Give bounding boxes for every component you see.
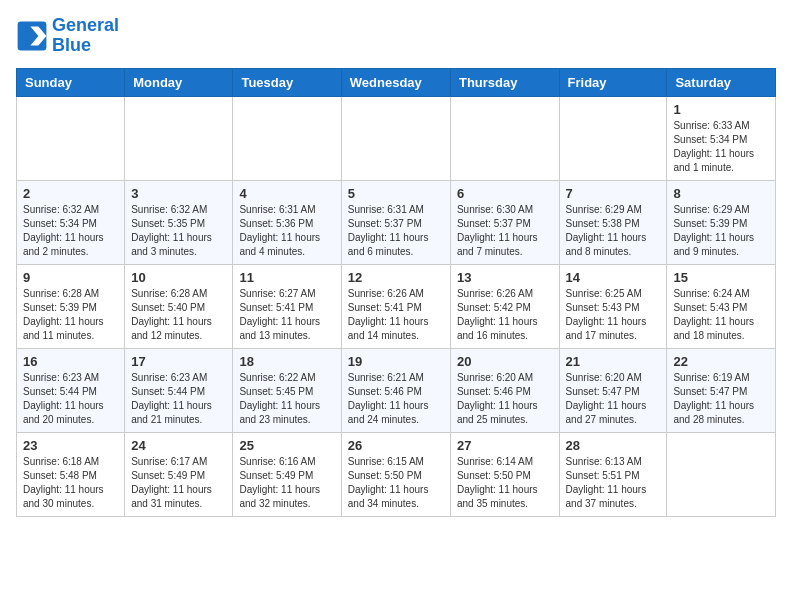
calendar-cell: 28Sunrise: 6:13 AM Sunset: 5:51 PM Dayli… [559, 432, 667, 516]
calendar-cell: 25Sunrise: 6:16 AM Sunset: 5:49 PM Dayli… [233, 432, 341, 516]
calendar-cell: 20Sunrise: 6:20 AM Sunset: 5:46 PM Dayli… [450, 348, 559, 432]
calendar-cell: 6Sunrise: 6:30 AM Sunset: 5:37 PM Daylig… [450, 180, 559, 264]
day-info: Sunrise: 6:29 AM Sunset: 5:38 PM Dayligh… [566, 203, 661, 259]
day-info: Sunrise: 6:32 AM Sunset: 5:34 PM Dayligh… [23, 203, 118, 259]
day-info: Sunrise: 6:23 AM Sunset: 5:44 PM Dayligh… [131, 371, 226, 427]
day-info: Sunrise: 6:21 AM Sunset: 5:46 PM Dayligh… [348, 371, 444, 427]
calendar-cell: 1Sunrise: 6:33 AM Sunset: 5:34 PM Daylig… [667, 96, 776, 180]
calendar-cell: 12Sunrise: 6:26 AM Sunset: 5:41 PM Dayli… [341, 264, 450, 348]
calendar-cell [233, 96, 341, 180]
day-info: Sunrise: 6:23 AM Sunset: 5:44 PM Dayligh… [23, 371, 118, 427]
day-info: Sunrise: 6:25 AM Sunset: 5:43 PM Dayligh… [566, 287, 661, 343]
calendar-cell: 22Sunrise: 6:19 AM Sunset: 5:47 PM Dayli… [667, 348, 776, 432]
day-number: 11 [239, 270, 334, 285]
day-number: 26 [348, 438, 444, 453]
calendar-table: SundayMondayTuesdayWednesdayThursdayFrid… [16, 68, 776, 517]
calendar-week-row: 2Sunrise: 6:32 AM Sunset: 5:34 PM Daylig… [17, 180, 776, 264]
day-number: 10 [131, 270, 226, 285]
day-number: 13 [457, 270, 553, 285]
day-number: 19 [348, 354, 444, 369]
calendar-cell [667, 432, 776, 516]
calendar-cell: 8Sunrise: 6:29 AM Sunset: 5:39 PM Daylig… [667, 180, 776, 264]
day-info: Sunrise: 6:29 AM Sunset: 5:39 PM Dayligh… [673, 203, 769, 259]
day-number: 22 [673, 354, 769, 369]
day-info: Sunrise: 6:14 AM Sunset: 5:50 PM Dayligh… [457, 455, 553, 511]
calendar-cell [125, 96, 233, 180]
calendar-cell: 10Sunrise: 6:28 AM Sunset: 5:40 PM Dayli… [125, 264, 233, 348]
calendar-cell [450, 96, 559, 180]
calendar-cell: 27Sunrise: 6:14 AM Sunset: 5:50 PM Dayli… [450, 432, 559, 516]
logo: General Blue [16, 16, 119, 56]
calendar-cell: 11Sunrise: 6:27 AM Sunset: 5:41 PM Dayli… [233, 264, 341, 348]
day-number: 1 [673, 102, 769, 117]
day-info: Sunrise: 6:16 AM Sunset: 5:49 PM Dayligh… [239, 455, 334, 511]
day-info: Sunrise: 6:31 AM Sunset: 5:36 PM Dayligh… [239, 203, 334, 259]
day-info: Sunrise: 6:15 AM Sunset: 5:50 PM Dayligh… [348, 455, 444, 511]
col-header-tuesday: Tuesday [233, 68, 341, 96]
day-number: 25 [239, 438, 334, 453]
calendar-cell: 19Sunrise: 6:21 AM Sunset: 5:46 PM Dayli… [341, 348, 450, 432]
calendar-cell: 26Sunrise: 6:15 AM Sunset: 5:50 PM Dayli… [341, 432, 450, 516]
day-info: Sunrise: 6:28 AM Sunset: 5:40 PM Dayligh… [131, 287, 226, 343]
day-number: 6 [457, 186, 553, 201]
day-info: Sunrise: 6:20 AM Sunset: 5:46 PM Dayligh… [457, 371, 553, 427]
day-number: 7 [566, 186, 661, 201]
day-number: 9 [23, 270, 118, 285]
calendar-cell: 7Sunrise: 6:29 AM Sunset: 5:38 PM Daylig… [559, 180, 667, 264]
day-number: 3 [131, 186, 226, 201]
day-number: 4 [239, 186, 334, 201]
calendar-cell [341, 96, 450, 180]
day-info: Sunrise: 6:17 AM Sunset: 5:49 PM Dayligh… [131, 455, 226, 511]
col-header-friday: Friday [559, 68, 667, 96]
calendar-cell: 21Sunrise: 6:20 AM Sunset: 5:47 PM Dayli… [559, 348, 667, 432]
calendar-header-row: SundayMondayTuesdayWednesdayThursdayFrid… [17, 68, 776, 96]
day-info: Sunrise: 6:22 AM Sunset: 5:45 PM Dayligh… [239, 371, 334, 427]
day-number: 16 [23, 354, 118, 369]
day-number: 23 [23, 438, 118, 453]
calendar-week-row: 1Sunrise: 6:33 AM Sunset: 5:34 PM Daylig… [17, 96, 776, 180]
calendar-cell: 14Sunrise: 6:25 AM Sunset: 5:43 PM Dayli… [559, 264, 667, 348]
day-number: 24 [131, 438, 226, 453]
day-info: Sunrise: 6:30 AM Sunset: 5:37 PM Dayligh… [457, 203, 553, 259]
day-info: Sunrise: 6:27 AM Sunset: 5:41 PM Dayligh… [239, 287, 334, 343]
day-info: Sunrise: 6:26 AM Sunset: 5:42 PM Dayligh… [457, 287, 553, 343]
calendar-week-row: 16Sunrise: 6:23 AM Sunset: 5:44 PM Dayli… [17, 348, 776, 432]
calendar-cell: 4Sunrise: 6:31 AM Sunset: 5:36 PM Daylig… [233, 180, 341, 264]
col-header-sunday: Sunday [17, 68, 125, 96]
page-header: General Blue [16, 16, 776, 56]
day-info: Sunrise: 6:20 AM Sunset: 5:47 PM Dayligh… [566, 371, 661, 427]
calendar-cell [17, 96, 125, 180]
day-info: Sunrise: 6:28 AM Sunset: 5:39 PM Dayligh… [23, 287, 118, 343]
calendar-cell [559, 96, 667, 180]
calendar-cell: 18Sunrise: 6:22 AM Sunset: 5:45 PM Dayli… [233, 348, 341, 432]
day-info: Sunrise: 6:24 AM Sunset: 5:43 PM Dayligh… [673, 287, 769, 343]
calendar-cell: 3Sunrise: 6:32 AM Sunset: 5:35 PM Daylig… [125, 180, 233, 264]
calendar-cell: 2Sunrise: 6:32 AM Sunset: 5:34 PM Daylig… [17, 180, 125, 264]
calendar-cell: 23Sunrise: 6:18 AM Sunset: 5:48 PM Dayli… [17, 432, 125, 516]
calendar-cell: 17Sunrise: 6:23 AM Sunset: 5:44 PM Dayli… [125, 348, 233, 432]
calendar-cell: 9Sunrise: 6:28 AM Sunset: 5:39 PM Daylig… [17, 264, 125, 348]
calendar-week-row: 9Sunrise: 6:28 AM Sunset: 5:39 PM Daylig… [17, 264, 776, 348]
day-number: 5 [348, 186, 444, 201]
day-number: 12 [348, 270, 444, 285]
calendar-cell: 13Sunrise: 6:26 AM Sunset: 5:42 PM Dayli… [450, 264, 559, 348]
calendar-cell: 16Sunrise: 6:23 AM Sunset: 5:44 PM Dayli… [17, 348, 125, 432]
day-number: 20 [457, 354, 553, 369]
logo-icon [16, 20, 48, 52]
day-info: Sunrise: 6:33 AM Sunset: 5:34 PM Dayligh… [673, 119, 769, 175]
day-info: Sunrise: 6:18 AM Sunset: 5:48 PM Dayligh… [23, 455, 118, 511]
day-number: 8 [673, 186, 769, 201]
day-number: 15 [673, 270, 769, 285]
day-info: Sunrise: 6:13 AM Sunset: 5:51 PM Dayligh… [566, 455, 661, 511]
col-header-saturday: Saturday [667, 68, 776, 96]
day-info: Sunrise: 6:32 AM Sunset: 5:35 PM Dayligh… [131, 203, 226, 259]
day-info: Sunrise: 6:19 AM Sunset: 5:47 PM Dayligh… [673, 371, 769, 427]
calendar-cell: 5Sunrise: 6:31 AM Sunset: 5:37 PM Daylig… [341, 180, 450, 264]
day-number: 17 [131, 354, 226, 369]
col-header-wednesday: Wednesday [341, 68, 450, 96]
calendar-cell: 24Sunrise: 6:17 AM Sunset: 5:49 PM Dayli… [125, 432, 233, 516]
day-number: 18 [239, 354, 334, 369]
logo-text: General Blue [52, 16, 119, 56]
day-number: 14 [566, 270, 661, 285]
day-info: Sunrise: 6:31 AM Sunset: 5:37 PM Dayligh… [348, 203, 444, 259]
